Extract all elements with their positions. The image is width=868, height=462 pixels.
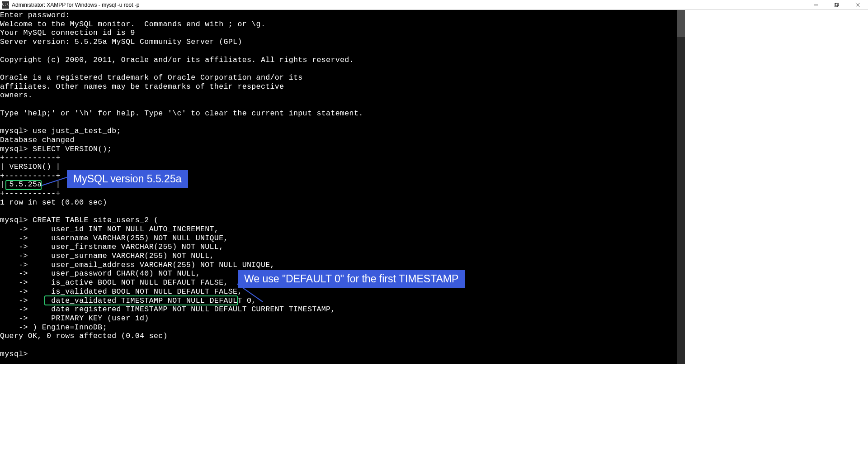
window-controls [806,0,868,10]
close-button[interactable] [847,0,868,10]
svg-rect-2 [835,3,839,6]
scrollbar-thumb[interactable] [677,10,685,37]
svg-rect-1 [835,4,838,7]
window-title-bar: C:\ Administrator: XAMPP for Windows - m… [0,0,868,10]
window-title: Administrator: XAMPP for Windows - mysql… [11,2,806,8]
maximize-button[interactable] [826,0,847,10]
vertical-scrollbar[interactable] [677,10,685,364]
app-icon: C:\ [2,1,9,9]
minimize-button[interactable] [806,0,826,10]
callout-version: MySQL version 5.5.25a [67,170,188,188]
callout-default0: We use "DEFAULT 0" for the first TIMESTA… [238,270,465,288]
